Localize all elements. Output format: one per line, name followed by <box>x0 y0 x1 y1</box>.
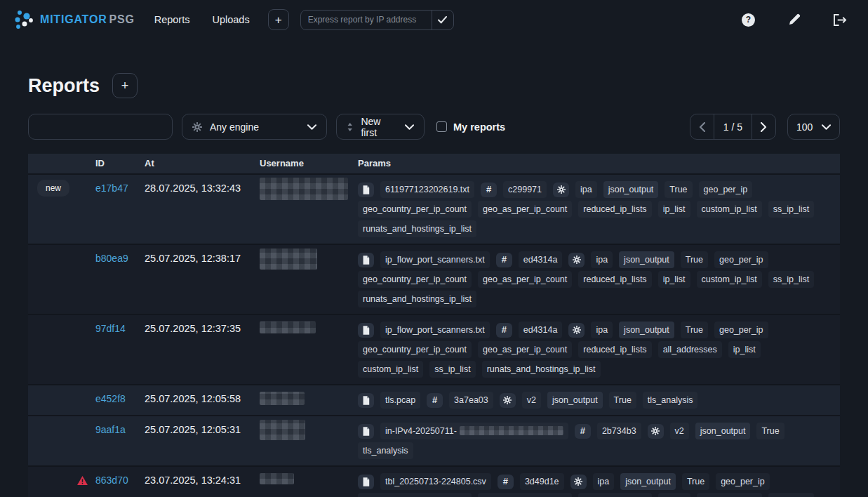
my-reports-checkbox[interactable] <box>436 121 447 132</box>
report-params: tbl_20250713-224805.csv # 3d49d1e ipa js… <box>358 473 840 497</box>
report-id-link[interactable]: 97df14 <box>95 323 126 334</box>
engine-gear-icon <box>568 323 585 338</box>
question-circle-icon: ? <box>742 13 755 27</box>
filter-bar: Any engine New first My reports <box>28 114 840 140</box>
report-date: 25.07.2025, 12:37:35 <box>145 322 260 336</box>
param-token: reduced_ip_lists <box>578 341 651 358</box>
table-row[interactable]: 9aaf1a 25.07.2025, 12:05:31 in-IPv4-2025… <box>28 415 840 465</box>
report-id-link[interactable]: e452f8 <box>95 393 126 404</box>
table-header: ID At Username Params <box>28 154 840 173</box>
express-submit-button[interactable] <box>432 11 453 29</box>
hash-icon: # <box>575 424 591 439</box>
param-token: custom_ip_list <box>697 201 762 218</box>
new-badge: new <box>37 180 69 197</box>
param-token: runats_and_hostings_ip_list <box>358 220 476 237</box>
table-row[interactable]: 863d70 23.07.2025, 13:24:31 tbl_20250713… <box>28 465 840 497</box>
param-filename: in-IPv4-20250711- <box>380 423 568 439</box>
param-engine: ipa <box>575 181 597 198</box>
report-date: 25.07.2025, 12:05:58 <box>145 392 260 406</box>
check-icon <box>438 16 447 24</box>
param-token: geo_country_per_ip_count <box>358 201 472 218</box>
param-hash: ed4314a <box>519 251 563 268</box>
report-id-link[interactable]: b80ea9 <box>95 253 128 264</box>
param-token: runats_and_hostings_ip_list <box>358 291 476 307</box>
search-input[interactable] <box>43 121 170 133</box>
username-redacted <box>260 420 305 440</box>
param-token: geo_country_per_ip_count <box>358 271 472 288</box>
param-engine: v2 <box>670 423 689 439</box>
page-size-select[interactable]: 100 <box>787 114 840 140</box>
page-size-value: 100 <box>796 121 813 133</box>
table-row[interactable]: new e17b47 28.07.2025, 13:32:43 61197712… <box>28 173 840 244</box>
chevron-right-icon <box>761 122 767 132</box>
brand-suffix: PSG <box>109 13 135 25</box>
nav-item-reports[interactable]: Reports <box>154 14 190 25</box>
logout-button[interactable] <box>834 14 847 26</box>
param-token: geo_as_per_ip_count <box>478 201 572 218</box>
sort-icon <box>347 122 353 132</box>
file-icon <box>358 183 374 197</box>
brand-logo[interactable]: MITIGATORPSG <box>13 9 135 30</box>
param-token: True <box>681 251 708 268</box>
file-icon <box>358 475 374 489</box>
file-icon <box>358 424 374 439</box>
param-token: ip_list <box>658 493 690 497</box>
table-row[interactable]: e452f8 25.07.2025, 12:05:58 tls.pcap # 3… <box>28 384 840 415</box>
help-button[interactable]: ? <box>742 13 755 27</box>
main-nav: Reports Uploads <box>154 14 250 25</box>
hash-icon: # <box>481 183 497 197</box>
top-actions: ? <box>742 13 855 27</box>
edit-button[interactable] <box>788 13 801 26</box>
nav-item-uploads[interactable]: Uploads <box>212 14 249 25</box>
my-reports-filter[interactable]: My reports <box>436 121 505 133</box>
gear-icon <box>192 122 202 132</box>
username-redacted <box>260 178 348 200</box>
nav-add-button[interactable]: + <box>268 9 289 30</box>
param-token: ss_ip_list <box>429 361 475 378</box>
report-id-link[interactable]: e17b47 <box>95 183 128 194</box>
param-token: geo_per_ip <box>716 473 770 490</box>
param-token: json_output <box>619 251 674 268</box>
param-hash: 3d49d1e <box>520 473 564 490</box>
param-token: custom_ip_list <box>697 271 762 288</box>
report-id-link[interactable]: 9aaf1a <box>95 424 126 435</box>
engine-gear-icon <box>568 253 585 267</box>
param-token: geo_country_per_ip_count <box>358 341 472 358</box>
param-token: ip_list <box>728 341 761 358</box>
file-icon <box>358 323 374 338</box>
param-token: custom_ip_list <box>358 361 423 378</box>
sort-select[interactable]: New first <box>336 114 425 140</box>
username-redacted <box>260 392 305 405</box>
express-report-input[interactable] <box>301 11 432 29</box>
param-engine: ipa <box>593 473 615 490</box>
username-redacted <box>260 249 317 270</box>
prev-page-button[interactable] <box>690 114 714 139</box>
param-engine: v2 <box>522 392 541 409</box>
username-redacted <box>260 473 294 484</box>
filename-redacted <box>460 426 563 435</box>
report-params: in-IPv4-20250711- # 2b734b3 v2 json_outp… <box>358 423 840 459</box>
param-token: json_output <box>603 181 659 198</box>
hash-icon: # <box>496 253 512 267</box>
hash-icon: # <box>427 393 443 408</box>
hash-icon: # <box>498 475 514 489</box>
add-report-button[interactable]: + <box>112 73 138 98</box>
next-page-button[interactable] <box>752 114 775 139</box>
report-params: 611977123202619.txt # c299971 ipa json_o… <box>358 181 840 237</box>
engine-select[interactable]: Any engine <box>182 114 327 140</box>
param-token: json_output <box>620 473 676 490</box>
table-row[interactable]: b80ea9 25.07.2025, 12:38:17 ip_flow_port… <box>28 244 840 314</box>
param-token: True <box>665 181 692 198</box>
param-filename: tls.pcap <box>380 392 420 409</box>
column-header-params: Params <box>358 157 840 171</box>
param-token: geo_per_ip <box>714 251 768 268</box>
param-token: True <box>682 473 709 490</box>
param-filename: tbl_20250713-224805.csv <box>380 473 491 490</box>
param-token: ss_ip_list <box>768 201 814 218</box>
report-id-link[interactable]: 863d70 <box>95 475 128 486</box>
pagination: 1 / 5 <box>690 114 776 140</box>
param-token: reduced_ip_lists <box>578 271 651 288</box>
table-row[interactable]: 97df14 25.07.2025, 12:37:35 ip_flow_port… <box>28 314 840 384</box>
engine-gear-icon <box>500 393 516 408</box>
param-token: runats_and_hostings_ip_list <box>482 361 601 378</box>
